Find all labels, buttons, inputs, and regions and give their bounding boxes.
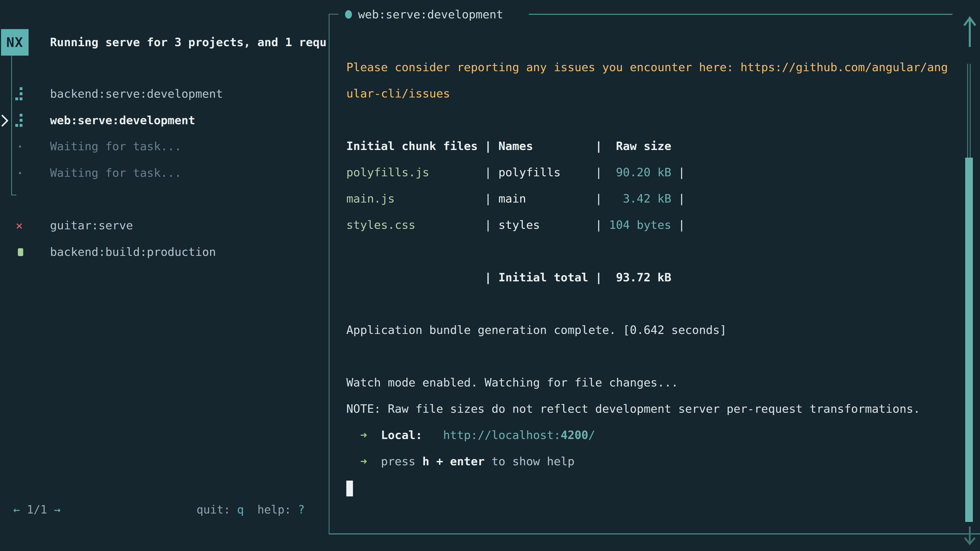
task-label: backend:build:production [50,239,216,265]
task-row-web-serve[interactable]: web:serve:development [0,107,329,134]
sidebar: NX Running serve for 3 projects, and 1 r… [0,0,329,551]
task-label-selected: web:serve:development [50,107,195,134]
task-row-guitar-serve[interactable]: ✕ guitar:serve [0,212,329,239]
col-header-names: Names [498,133,588,159]
scroll-down-icon[interactable] [962,526,977,547]
table-row: polyfills.js|polyfills|90.20 kB| [346,159,969,186]
col-header-files: Initial chunk files [346,133,485,159]
notice-line: ular-cli/issues [346,80,969,106]
task-failed-icon: ✕ [16,212,23,239]
panel-title-bar: web:serve:development [345,7,503,21]
prompt-arrow-icon: ➜ [360,422,367,448]
local-url[interactable]: http://localhost: [443,428,561,442]
chunk-name: polyfills [498,159,588,186]
local-port[interactable]: 4200 [561,428,588,442]
help-key: ? [298,503,305,516]
prev-page-arrow-icon[interactable]: ← [13,503,20,516]
chunk-size: 104 bytes [609,212,671,238]
panel-border-top-stub [329,14,339,14]
next-page-arrow-icon[interactable]: → [54,503,61,516]
scrollbar-thumb[interactable] [965,158,973,522]
task-row-waiting-2[interactable]: Waiting for task... [0,160,329,186]
pagination: ← 1/1 → [13,496,60,523]
panel-border-bottom [329,534,980,534]
task-label: Waiting for task... [50,160,181,186]
table-row: styles.css|styles|104 bytes| [346,212,969,238]
panel-border-top [529,14,953,15]
task-running-dot-icon [345,10,352,19]
prompt-arrow-icon: ➜ [360,448,367,475]
watch-mode-line: Watch mode enabled. Watching for file ch… [346,369,969,395]
chunk-size: 3.42 kB [609,186,671,212]
cursor-line [346,475,969,501]
task-label: guitar:serve [50,212,133,239]
task-label: backend:serve:development [50,81,223,107]
quit-key: q [237,503,244,516]
task-row-backend-serve[interactable]: backend:serve:development [0,81,329,107]
nx-terminal-ui: NX Running serve for 3 projects, and 1 r… [0,0,980,551]
chunk-size: 90.20 kB [609,159,671,186]
total-label: Initial total [498,264,588,291]
col-header-raw-size: Raw size [609,133,671,159]
panel-title: web:serve:development [358,8,503,21]
app-header-title: Running serve for 3 projects, and 1 requ [50,33,329,52]
bundle-complete-line: Application bundle generation complete. … [346,317,969,343]
scroll-up-icon[interactable] [962,15,978,49]
terminal-cursor[interactable] [346,481,353,496]
chunk-name: styles [498,212,588,238]
quit-label: quit: [197,503,237,516]
task-label: Waiting for task... [50,133,181,160]
nx-logo: NX [1,29,29,56]
waiting-dot-icon [19,145,21,148]
table-header-row: Initial chunk files|Names|Raw size [346,133,969,159]
spinner-icon [15,87,23,100]
help-label: help: [244,503,298,516]
chunk-name: main [498,186,588,212]
table-row: main.js|main|3.42 kB| [346,186,969,212]
local-url-slash[interactable]: / [588,428,595,442]
task-success-icon [18,248,23,256]
blank-line [346,291,969,317]
blank-line [346,238,969,264]
blank-line [346,343,969,369]
local-label: Local: [381,428,422,442]
blank-line [346,106,969,133]
help-bar: quit: q help: ? [197,496,305,523]
help-hint-line: ➜press h + enter to show help [346,448,969,475]
press-suffix: to show help [485,454,574,468]
scrollbar-track[interactable] [967,64,970,158]
waiting-dot-icon [19,172,21,174]
task-row-backend-build[interactable]: backend:build:production [0,239,329,265]
task-row-waiting-1[interactable]: Waiting for task... [0,133,329,160]
press-prefix: press [381,454,422,468]
terminal-output: Please consider reporting any issues you… [346,54,969,501]
spinner-icon [15,114,23,127]
chunk-file: styles.css [346,212,485,238]
notice-line: Please consider reporting any issues you… [346,54,969,80]
table-total-row: |Initial total|93.72 kB [346,264,969,291]
press-keys: h + enter [422,454,485,468]
page-indicator: 1/1 [27,503,47,516]
local-url-line: ➜Local:http://localhost:4200/ [346,422,969,448]
task-group-branch-corner [11,195,16,195]
chunk-file: polyfills.js [346,159,485,186]
note-line: NOTE: Raw file sizes do not reflect deve… [346,395,969,422]
panel-border-left [329,14,329,534]
total-size: 93.72 kB [609,264,671,291]
chunk-file: main.js [346,186,485,212]
